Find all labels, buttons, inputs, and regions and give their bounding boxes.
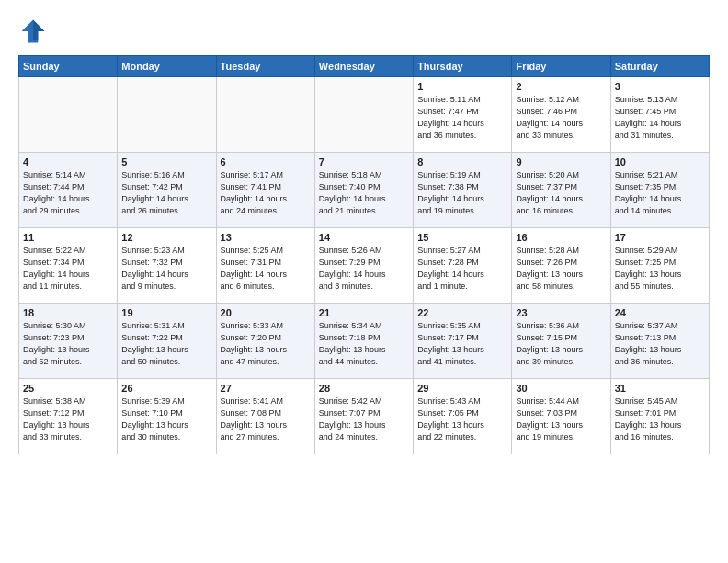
day-info: Sunrise: 5:17 AM Sunset: 7:41 PM Dayligh… (221, 169, 311, 217)
day-number: 30 (516, 383, 606, 394)
weekday-header-thursday: Thursday (414, 56, 512, 77)
day-info: Sunrise: 5:22 AM Sunset: 7:34 PM Dayligh… (23, 245, 113, 293)
day-number: 20 (221, 307, 311, 318)
day-number: 29 (417, 383, 507, 394)
day-number: 13 (221, 232, 311, 243)
day-number: 1 (417, 81, 507, 92)
day-info: Sunrise: 5:41 AM Sunset: 7:08 PM Dayligh… (221, 396, 311, 443)
day-number: 2 (516, 81, 606, 92)
day-number: 25 (23, 383, 113, 394)
day-number: 27 (221, 383, 311, 394)
calendar-cell (314, 77, 413, 153)
week-row-1: 1Sunrise: 5:11 AM Sunset: 7:47 PM Daylig… (19, 77, 710, 153)
day-number: 23 (516, 307, 606, 318)
day-number: 15 (417, 232, 507, 243)
day-info: Sunrise: 5:21 AM Sunset: 7:35 PM Dayligh… (615, 169, 705, 217)
day-info: Sunrise: 5:36 AM Sunset: 7:15 PM Dayligh… (516, 320, 606, 368)
day-info: Sunrise: 5:28 AM Sunset: 7:26 PM Dayligh… (516, 245, 606, 293)
day-number: 3 (615, 81, 705, 92)
day-info: Sunrise: 5:35 AM Sunset: 7:17 PM Dayligh… (417, 320, 507, 368)
calendar-cell: 17Sunrise: 5:29 AM Sunset: 7:25 PM Dayli… (610, 228, 709, 304)
day-number: 19 (121, 307, 211, 318)
day-number: 7 (319, 156, 409, 167)
calendar-cell: 30Sunrise: 5:44 AM Sunset: 7:03 PM Dayli… (512, 379, 610, 454)
day-info: Sunrise: 5:34 AM Sunset: 7:18 PM Dayligh… (319, 320, 409, 368)
weekday-header-row: SundayMondayTuesdayWednesdayThursdayFrid… (19, 56, 710, 77)
calendar-cell: 23Sunrise: 5:36 AM Sunset: 7:15 PM Dayli… (512, 304, 610, 379)
calendar-cell: 8Sunrise: 5:19 AM Sunset: 7:38 PM Daylig… (414, 153, 512, 228)
calendar-cell: 15Sunrise: 5:27 AM Sunset: 7:28 PM Dayli… (414, 228, 512, 304)
day-number: 9 (516, 156, 606, 167)
day-info: Sunrise: 5:20 AM Sunset: 7:37 PM Dayligh… (516, 169, 606, 217)
week-row-5: 25Sunrise: 5:38 AM Sunset: 7:12 PM Dayli… (19, 379, 710, 454)
day-info: Sunrise: 5:45 AM Sunset: 7:01 PM Dayligh… (615, 396, 705, 443)
weekday-header-monday: Monday (118, 56, 216, 77)
day-info: Sunrise: 5:12 AM Sunset: 7:46 PM Dayligh… (516, 94, 606, 142)
week-row-3: 11Sunrise: 5:22 AM Sunset: 7:34 PM Dayli… (19, 228, 710, 304)
calendar-cell: 16Sunrise: 5:28 AM Sunset: 7:26 PM Dayli… (512, 228, 610, 304)
day-info: Sunrise: 5:11 AM Sunset: 7:47 PM Dayligh… (417, 94, 507, 142)
weekday-header-friday: Friday (512, 56, 610, 77)
calendar-cell (19, 77, 118, 153)
day-number: 24 (615, 307, 705, 318)
day-number: 18 (23, 307, 113, 318)
calendar-cell: 18Sunrise: 5:30 AM Sunset: 7:23 PM Dayli… (19, 304, 118, 379)
day-info: Sunrise: 5:19 AM Sunset: 7:38 PM Dayligh… (417, 169, 507, 217)
calendar-cell: 26Sunrise: 5:39 AM Sunset: 7:10 PM Dayli… (118, 379, 216, 454)
calendar-cell: 6Sunrise: 5:17 AM Sunset: 7:41 PM Daylig… (216, 153, 314, 228)
day-number: 28 (319, 383, 409, 394)
day-info: Sunrise: 5:39 AM Sunset: 7:10 PM Dayligh… (121, 396, 211, 443)
day-number: 31 (615, 383, 705, 394)
calendar-cell: 4Sunrise: 5:14 AM Sunset: 7:44 PM Daylig… (19, 153, 118, 228)
calendar-cell: 11Sunrise: 5:22 AM Sunset: 7:34 PM Dayli… (19, 228, 118, 304)
calendar-cell: 22Sunrise: 5:35 AM Sunset: 7:17 PM Dayli… (414, 304, 512, 379)
day-info: Sunrise: 5:26 AM Sunset: 7:29 PM Dayligh… (319, 245, 409, 293)
weekday-header-sunday: Sunday (19, 56, 118, 77)
day-info: Sunrise: 5:14 AM Sunset: 7:44 PM Dayligh… (23, 169, 113, 217)
logo (18, 17, 53, 46)
day-number: 8 (417, 156, 507, 167)
day-number: 10 (615, 156, 705, 167)
day-number: 16 (516, 232, 606, 243)
day-info: Sunrise: 5:18 AM Sunset: 7:40 PM Dayligh… (319, 169, 409, 217)
week-row-2: 4Sunrise: 5:14 AM Sunset: 7:44 PM Daylig… (19, 153, 710, 228)
svg-marker-1 (33, 20, 44, 40)
day-info: Sunrise: 5:30 AM Sunset: 7:23 PM Dayligh… (23, 320, 113, 368)
calendar-cell: 27Sunrise: 5:41 AM Sunset: 7:08 PM Dayli… (216, 379, 314, 454)
calendar-cell: 14Sunrise: 5:26 AM Sunset: 7:29 PM Dayli… (314, 228, 413, 304)
day-info: Sunrise: 5:38 AM Sunset: 7:12 PM Dayligh… (23, 396, 113, 443)
calendar-cell: 3Sunrise: 5:13 AM Sunset: 7:45 PM Daylig… (610, 77, 709, 153)
day-number: 26 (121, 383, 211, 394)
header (18, 17, 710, 46)
calendar-cell: 31Sunrise: 5:45 AM Sunset: 7:01 PM Dayli… (610, 379, 709, 454)
day-number: 11 (23, 232, 113, 243)
day-number: 4 (23, 156, 113, 167)
day-number: 12 (121, 232, 211, 243)
day-number: 5 (121, 156, 211, 167)
day-info: Sunrise: 5:31 AM Sunset: 7:22 PM Dayligh… (121, 320, 211, 368)
calendar-cell: 28Sunrise: 5:42 AM Sunset: 7:07 PM Dayli… (314, 379, 413, 454)
calendar-cell: 9Sunrise: 5:20 AM Sunset: 7:37 PM Daylig… (512, 153, 610, 228)
day-info: Sunrise: 5:13 AM Sunset: 7:45 PM Dayligh… (615, 94, 705, 142)
day-info: Sunrise: 5:42 AM Sunset: 7:07 PM Dayligh… (319, 396, 409, 443)
week-row-4: 18Sunrise: 5:30 AM Sunset: 7:23 PM Dayli… (19, 304, 710, 379)
calendar-cell: 2Sunrise: 5:12 AM Sunset: 7:46 PM Daylig… (512, 77, 610, 153)
day-info: Sunrise: 5:25 AM Sunset: 7:31 PM Dayligh… (221, 245, 311, 293)
calendar-cell: 5Sunrise: 5:16 AM Sunset: 7:42 PM Daylig… (118, 153, 216, 228)
day-number: 6 (221, 156, 311, 167)
day-info: Sunrise: 5:43 AM Sunset: 7:05 PM Dayligh… (417, 396, 507, 443)
calendar-cell: 20Sunrise: 5:33 AM Sunset: 7:20 PM Dayli… (216, 304, 314, 379)
calendar-cell: 7Sunrise: 5:18 AM Sunset: 7:40 PM Daylig… (314, 153, 413, 228)
calendar-cell: 13Sunrise: 5:25 AM Sunset: 7:31 PM Dayli… (216, 228, 314, 304)
logo-icon (18, 17, 48, 46)
day-info: Sunrise: 5:37 AM Sunset: 7:13 PM Dayligh… (615, 320, 705, 368)
calendar-cell (118, 77, 216, 153)
calendar-cell: 10Sunrise: 5:21 AM Sunset: 7:35 PM Dayli… (610, 153, 709, 228)
weekday-header-saturday: Saturday (610, 56, 709, 77)
day-info: Sunrise: 5:44 AM Sunset: 7:03 PM Dayligh… (516, 396, 606, 443)
weekday-header-wednesday: Wednesday (314, 56, 413, 77)
calendar-page: SundayMondayTuesdayWednesdayThursdayFrid… (0, 0, 728, 563)
calendar-cell: 29Sunrise: 5:43 AM Sunset: 7:05 PM Dayli… (414, 379, 512, 454)
weekday-header-tuesday: Tuesday (216, 56, 314, 77)
calendar-cell: 12Sunrise: 5:23 AM Sunset: 7:32 PM Dayli… (118, 228, 216, 304)
